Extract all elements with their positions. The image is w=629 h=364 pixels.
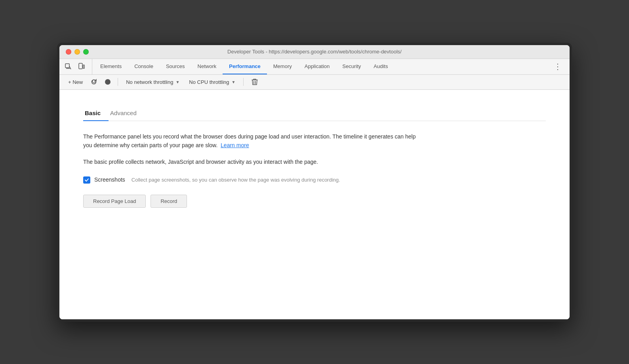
tab-memory[interactable]: Memory: [267, 59, 298, 74]
record-button[interactable]: [103, 78, 113, 86]
learn-more-link[interactable]: Learn more: [221, 142, 249, 148]
sub-tabs: Basic Advanced: [83, 106, 546, 121]
network-throttling-arrow: ▼: [175, 80, 179, 84]
devtools-panel: Developer Tools - https://developers.goo…: [59, 45, 570, 319]
screenshots-label: Screenshots: [94, 176, 125, 183]
svg-rect-2: [83, 65, 84, 68]
sub-tab-advanced[interactable]: Advanced: [109, 106, 145, 121]
clear-recordings-button[interactable]: [248, 77, 261, 87]
tab-performance[interactable]: Performance: [223, 59, 267, 74]
window-title: Developer Tools - https://developers.goo…: [227, 49, 402, 55]
panel-nav-icons: [63, 59, 92, 74]
description-text-1: The Performance panel lets you record wh…: [83, 133, 416, 148]
cpu-throttling-arrow: ▼: [232, 80, 236, 84]
more-tabs-button[interactable]: ⋮: [549, 62, 566, 71]
close-button[interactable]: [66, 49, 71, 55]
screenshots-label-group: Screenshots Collect page screenshots, so…: [94, 176, 340, 184]
device-toggle-icon[interactable]: [76, 61, 87, 72]
tab-application[interactable]: Application: [298, 59, 336, 74]
inspect-element-icon[interactable]: [63, 61, 74, 72]
svg-rect-0: [65, 64, 69, 68]
tab-elements[interactable]: Elements: [94, 59, 128, 74]
cpu-throttling-label: No CPU throttling: [189, 79, 229, 85]
cpu-throttling-dropdown[interactable]: No CPU throttling ▼: [186, 78, 238, 87]
svg-rect-1: [79, 63, 82, 69]
tab-console[interactable]: Console: [128, 59, 160, 74]
maximize-button[interactable]: [83, 49, 89, 55]
tab-network[interactable]: Network: [191, 59, 223, 74]
record-button-main[interactable]: Record: [151, 195, 187, 208]
network-throttling-dropdown[interactable]: No network throttling ▼: [123, 78, 183, 87]
new-recording-button[interactable]: + New: [66, 78, 85, 87]
toolbar-separator-2: [243, 78, 244, 86]
devtools-window: Developer Tools - https://developers.goo…: [57, 43, 572, 322]
screenshots-checkbox[interactable]: [83, 176, 90, 184]
sub-tab-basic[interactable]: Basic: [83, 106, 109, 121]
perf-toolbar: + New No network throttling ▼ No CPU thr…: [59, 75, 570, 90]
reload-button[interactable]: [88, 77, 99, 87]
description-paragraph-2: The basic profile collects network, Java…: [83, 157, 416, 166]
tab-security[interactable]: Security: [336, 59, 367, 74]
description-paragraph-1: The Performance panel lets you record wh…: [83, 132, 416, 150]
screenshots-checkbox-row: Screenshots Collect page screenshots, so…: [83, 176, 546, 184]
record-circle-icon: [105, 79, 111, 85]
title-bar: Developer Tools - https://developers.goo…: [59, 45, 570, 59]
record-page-load-button[interactable]: Record Page Load: [83, 195, 146, 208]
perf-content: Basic Advanced The Performance panel let…: [59, 90, 570, 319]
tab-audits[interactable]: Audits: [367, 59, 394, 74]
tab-sources[interactable]: Sources: [160, 59, 191, 74]
action-buttons: Record Page Load Record: [83, 195, 546, 208]
panel-tabs: Elements Console Sources Network Perform…: [94, 59, 549, 74]
minimize-button[interactable]: [74, 49, 80, 55]
panel-nav: Elements Console Sources Network Perform…: [59, 59, 570, 75]
network-throttling-label: No network throttling: [126, 79, 173, 85]
screenshots-description: Collect page screenshots, so you can obs…: [132, 176, 340, 184]
traffic-lights: [66, 49, 89, 55]
toolbar-separator-1: [118, 78, 118, 86]
